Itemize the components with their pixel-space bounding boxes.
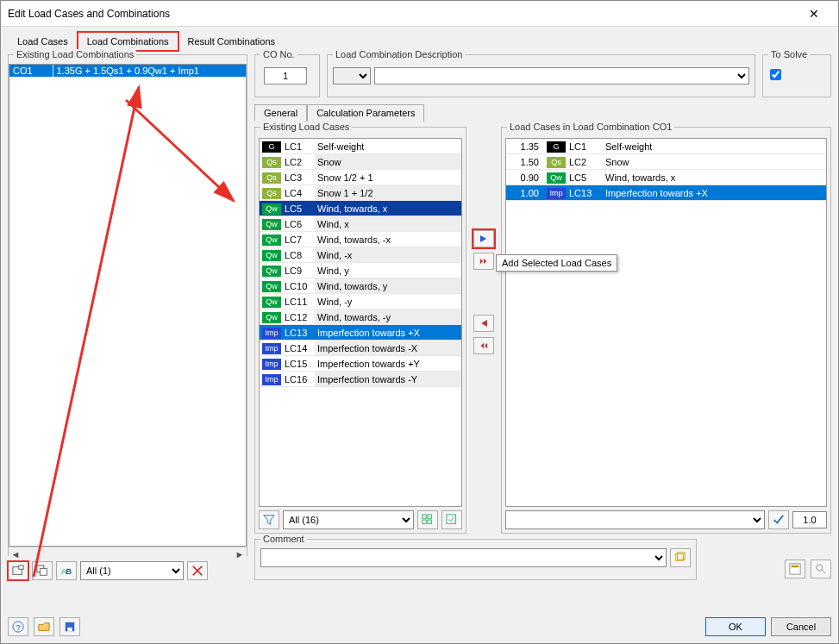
svg-rect-19 (67, 628, 72, 631)
to-solve-label: To Solve (768, 49, 810, 59)
comment-group: Comment (254, 539, 697, 580)
load-case-row[interactable]: QwLC9Wind, y (260, 263, 461, 278)
load-case-row[interactable]: QwLC5Wind, towards, x (260, 201, 461, 216)
combination-member-row[interactable]: 0.90QwLC5Wind, towards, x (506, 170, 826, 185)
svg-rect-9 (428, 520, 431, 523)
sort-button[interactable]: AB (56, 561, 77, 580)
combination-row[interactable]: CO11.35G + 1.5Qs1 + 0.9Qw1 + Imp1 (9, 65, 246, 77)
check-all-icon[interactable] (441, 510, 462, 529)
svg-rect-14 (792, 566, 799, 568)
load-case-row[interactable]: GLC1Self-weight (260, 139, 461, 154)
tab-load-cases[interactable]: Load Cases (8, 32, 78, 51)
load-case-row[interactable]: QsLC2Snow (260, 154, 461, 170)
window-title: Edit Load Cases and Combinations (8, 8, 797, 20)
factor-mode-select[interactable] (505, 510, 765, 529)
add-selected-button[interactable] (473, 230, 494, 247)
cancel-button[interactable]: Cancel (771, 617, 831, 636)
horizontal-scrollbar[interactable]: ◄ ► (9, 547, 247, 560)
apply-factor-button[interactable] (768, 510, 789, 529)
description-label: Load Combination Description (333, 49, 465, 59)
svg-rect-1 (19, 566, 23, 569)
co-number-group: CO No. (254, 54, 320, 97)
load-case-row[interactable]: QwLC12Wind, towards, -y (260, 309, 461, 325)
remove-selected-button[interactable] (473, 315, 494, 332)
add-all-button[interactable] (473, 253, 494, 270)
load-case-row[interactable]: QwLC11Wind, -y (260, 294, 461, 309)
svg-rect-7 (428, 515, 431, 518)
preview-button[interactable] (811, 560, 831, 578)
load-case-row[interactable]: QwLC6Wind, x (260, 216, 461, 232)
svg-text:?: ? (16, 622, 20, 632)
combinations-list[interactable]: CO11.35G + 1.5Qs1 + 0.9Qw1 + Imp1 (9, 64, 247, 547)
factor-input[interactable] (792, 511, 827, 528)
tab-result-combinations[interactable]: Result Combinations (178, 32, 285, 51)
svg-point-15 (817, 565, 823, 571)
load-case-row[interactable]: ImpLC14Imperfection towards -X (260, 341, 461, 356)
help-button[interactable]: ? (8, 617, 28, 636)
svg-rect-10 (447, 515, 456, 524)
load-case-row[interactable]: ImpLC15Imperfection towards +Y (260, 356, 461, 372)
filter-icon[interactable] (259, 510, 279, 529)
svg-text:B: B (66, 566, 72, 576)
existing-combinations-group: Existing Load Combinations CO11.35G + 1.… (8, 54, 247, 556)
load-case-row[interactable]: ImpLC13Imperfection towards +X (260, 325, 461, 341)
comment-input[interactable] (260, 548, 667, 567)
load-case-row[interactable]: QsLC3Snow 1/2 + 1 (260, 170, 461, 185)
subtab-general[interactable]: General (254, 104, 307, 122)
save-button[interactable] (59, 617, 80, 636)
svg-rect-6 (423, 515, 426, 518)
load-case-row[interactable]: QwLC7Wind, towards, -x (260, 232, 461, 247)
dialog-window: Edit Load Cases and Combinations ✕ Load … (0, 0, 839, 644)
co-number-input[interactable] (264, 67, 307, 84)
in-combination-list[interactable]: 1.35GLC1Self-weight1.50QsLC2Snow0.90QwLC… (505, 138, 827, 507)
combination-member-row[interactable]: 1.35GLC1Self-weight (506, 139, 826, 154)
copy-combination-button[interactable] (32, 561, 53, 580)
subtab-calculation-parameters[interactable]: Calculation Parameters (307, 104, 424, 122)
open-button[interactable] (34, 617, 54, 636)
select-all-icon[interactable] (417, 510, 438, 529)
load-case-row[interactable]: QwLC8Wind, -x (260, 247, 461, 263)
combination-member-row[interactable]: 1.00ImpLC13Imperfection towards +X (506, 185, 826, 201)
to-solve-checkbox[interactable] (770, 69, 781, 80)
tooltip: Add Selected Load Cases (496, 254, 617, 272)
main-tabs: Load Cases Load Combinations Result Comb… (1, 27, 838, 51)
combination-filter-select[interactable]: All (1) (80, 561, 184, 580)
co-number-label: CO No. (260, 49, 297, 59)
svg-rect-3 (40, 568, 47, 575)
in-combination-label: Load Cases in Load Combination CO1 (507, 122, 674, 132)
description-type-select[interactable] (333, 67, 371, 84)
comment-library-button[interactable] (670, 548, 691, 567)
scroll-left-icon[interactable]: ◄ (10, 549, 21, 560)
remove-all-button[interactable] (473, 337, 494, 354)
comment-label: Comment (260, 534, 307, 544)
existing-combinations-label: Existing Load Combinations (14, 49, 136, 59)
in-combination-panel: Load Cases in Load Combination CO1 1.35G… (501, 127, 831, 534)
description-input[interactable] (374, 67, 749, 84)
combination-member-row[interactable]: 1.50QsLC2Snow (506, 154, 826, 170)
load-case-row[interactable]: QsLC4Snow 1 + 1/2 (260, 185, 461, 201)
existing-load-cases-label: Existing Load Cases (260, 122, 352, 132)
tab-load-combinations[interactable]: Load Combinations (78, 32, 178, 51)
transfer-buttons: Add Selected Load Cases (470, 127, 498, 534)
existing-load-cases-list[interactable]: GLC1Self-weightQsLC2SnowQsLC3Snow 1/2 + … (259, 138, 462, 507)
existing-load-cases-panel: Existing Load Cases GLC1Self-weightQsLC2… (254, 127, 466, 534)
delete-combination-button[interactable] (187, 561, 208, 580)
ok-button[interactable]: OK (705, 617, 766, 636)
to-solve-group: To Solve (762, 54, 831, 97)
svg-rect-8 (423, 520, 426, 523)
load-case-row[interactable]: QwLC10Wind, towards, y (260, 278, 461, 294)
details-button[interactable] (785, 560, 805, 578)
description-group: Load Combination Description (327, 54, 755, 97)
existing-filter-select[interactable]: All (16) (283, 510, 414, 529)
new-combination-button[interactable] (8, 561, 28, 580)
close-icon[interactable]: ✕ (797, 7, 831, 21)
load-case-row[interactable]: ImpLC16Imperfection towards -Y (260, 372, 461, 387)
scroll-right-icon[interactable]: ► (235, 549, 245, 560)
sub-tabs: General Calculation Parameters (254, 104, 831, 122)
titlebar: Edit Load Cases and Combinations ✕ (1, 1, 838, 27)
